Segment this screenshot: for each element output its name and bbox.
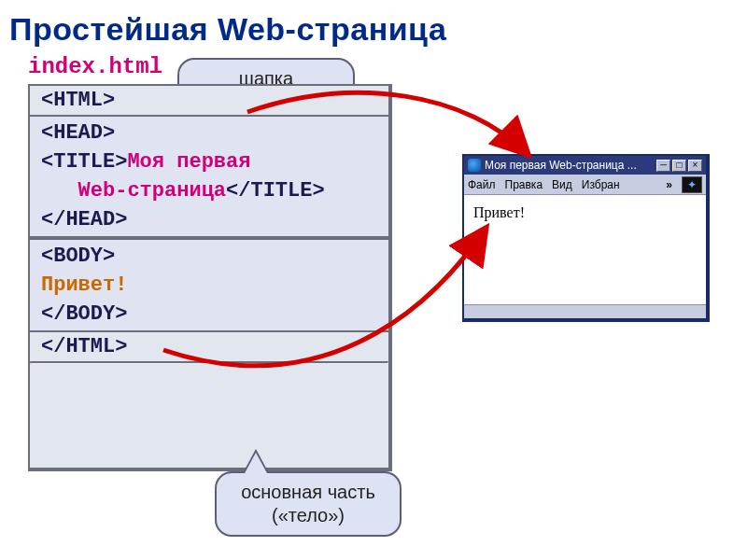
code-html-open: <HTML> [30, 86, 388, 115]
page-title: Простейшая Web-страница [0, 0, 747, 48]
browser-viewport: Привет! [464, 195, 706, 231]
menu-file[interactable]: Файл [468, 178, 496, 191]
code-title-line1: <TITLE>Моя первая [30, 147, 388, 176]
throbber-icon: ✦ [682, 176, 702, 193]
code-divider [30, 361, 388, 364]
menu-more-icon[interactable]: » [666, 178, 672, 191]
code-body-block: <BODY> Привет! </BODY> [30, 238, 388, 332]
menu-edit[interactable]: Правка [505, 178, 543, 191]
menu-favorites[interactable]: Избран [582, 178, 620, 191]
callout-body: основная часть («тело») [215, 471, 402, 537]
browser-menubar: Файл Правка Вид Избран » ✦ [464, 175, 706, 195]
code-panel: <HTML> <HEAD> <TITLE>Моя первая Web-стра… [28, 84, 392, 471]
filename-label: index.html [28, 54, 162, 79]
code-head-block: <HEAD> <TITLE>Моя первая Web-страница</T… [30, 115, 388, 238]
callout-body-line2: («тело») [272, 505, 345, 525]
code-title-line2: Web-страница</TITLE> [30, 176, 388, 205]
code-title-text1: Моя первая [127, 150, 250, 174]
code-head-close: </HEAD> [30, 205, 388, 234]
maximize-button[interactable]: □ [672, 160, 686, 172]
browser-window: Моя первая Web-страница ... ─ □ × Файл П… [462, 154, 710, 322]
code-title-text2: Web-страница [78, 179, 226, 203]
code-body-close: </BODY> [30, 300, 388, 329]
close-button[interactable]: × [688, 160, 702, 172]
code-title-close: </TITLE> [226, 179, 325, 203]
code-body-open: <BODY> [30, 242, 388, 271]
browser-page-text: Привет! [473, 204, 525, 220]
code-body-text: Привет! [30, 271, 388, 300]
browser-statusbar [464, 304, 706, 318]
code-title-open: <TITLE> [41, 150, 127, 174]
code-head-open: <HEAD> [30, 119, 388, 147]
minimize-button[interactable]: ─ [656, 160, 670, 172]
browser-title-text: Моя первая Web-страница ... [485, 159, 655, 172]
code-html-close: </HTML> [30, 332, 388, 361]
menu-view[interactable]: Вид [552, 178, 572, 191]
ie-icon [468, 159, 481, 172]
browser-titlebar: Моя первая Web-страница ... ─ □ × [464, 156, 706, 175]
callout-body-line1: основная часть [241, 482, 375, 502]
